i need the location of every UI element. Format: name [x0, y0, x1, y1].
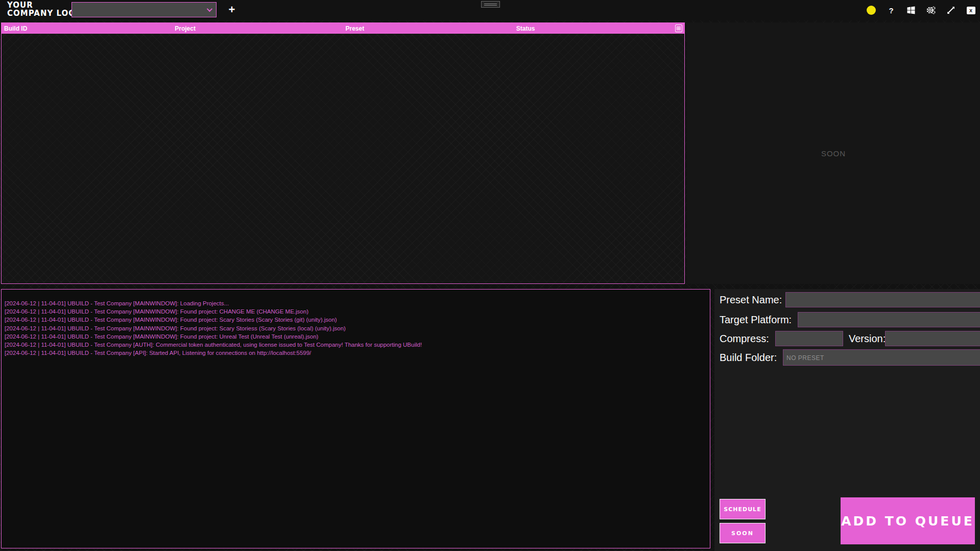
version-input[interactable]	[885, 331, 980, 346]
log-line: [2024-06-12 | 11-04-01] UBUILD - Test Co…	[5, 341, 710, 349]
status-indicator-icon	[866, 5, 876, 15]
queue-preview-panel: SOON	[687, 22, 980, 284]
log-line: [2024-06-12 | 11-04-01] UBUILD - Test Co…	[5, 349, 710, 357]
preset-form-panel: Preset Name: Target Platform: Compress: …	[714, 289, 980, 551]
queue-column-header: Project	[172, 25, 343, 32]
window-drag-handle[interactable]	[481, 1, 500, 8]
soon-placeholder-label: SOON	[821, 149, 846, 158]
target-platform-row: Target Platform:	[720, 312, 978, 327]
compress-input[interactable]	[775, 331, 843, 346]
schedule-button[interactable]: SCHEDULE	[720, 499, 766, 519]
window-controls: ? x	[866, 5, 976, 15]
soon-button[interactable]: SOON	[720, 523, 766, 543]
fullscreen-expand-icon[interactable]	[946, 5, 956, 15]
queue-column-header: Status	[514, 25, 684, 32]
queue-table-header: Build IDProjectPresetStatus	[2, 23, 684, 34]
close-icon[interactable]: x	[966, 5, 976, 15]
build-folder-input[interactable]	[783, 349, 980, 366]
build-folder-label: Build Folder:	[720, 352, 777, 364]
target-platform-label: Target Platform:	[720, 314, 792, 326]
queue-column-header: Build ID	[2, 25, 172, 32]
add-to-queue-button[interactable]: ADD TO QUEUE	[841, 497, 975, 544]
version-label: Version:	[849, 333, 886, 345]
build-queue-table: Build IDProjectPresetStatus	[1, 22, 685, 284]
log-line: [2024-06-12 | 11-04-01] UBUILD - Test Co…	[5, 316, 710, 324]
compress-version-row: Compress: Version:	[720, 331, 978, 346]
queue-column-header: Preset	[343, 25, 514, 32]
queue-table-body	[2, 34, 684, 283]
log-panel: [2024-06-12 | 11-04-01] UBUILD - Test Co…	[1, 289, 710, 548]
build-folder-row: Build Folder:	[720, 349, 978, 366]
add-project-button[interactable]: +	[225, 3, 238, 16]
preset-name-input[interactable]	[785, 292, 980, 307]
compress-label: Compress:	[720, 333, 769, 345]
windows-icon[interactable]	[906, 5, 916, 15]
preset-name-label: Preset Name:	[720, 294, 782, 306]
chevron-down-icon	[207, 6, 212, 12]
settings-gears-icon[interactable]	[926, 5, 936, 15]
target-platform-input[interactable]	[798, 312, 980, 327]
help-icon[interactable]: ?	[886, 5, 896, 15]
clear-queue-icon[interactable]	[675, 25, 682, 32]
log-line: [2024-06-12 | 11-04-01] UBUILD - Test Co…	[5, 324, 710, 332]
preset-name-row: Preset Name:	[720, 292, 978, 307]
log-line: [2024-06-12 | 11-04-01] UBUILD - Test Co…	[5, 307, 710, 316]
log-line: [2024-06-12 | 11-04-01] UBUILD - Test Co…	[5, 332, 710, 341]
project-dropdown[interactable]	[71, 2, 217, 17]
log-lines: [2024-06-12 | 11-04-01] UBUILD - Test Co…	[2, 290, 710, 357]
topbar: YOUR COMPANY LOGO + ?	[0, 0, 980, 20]
log-line: [2024-06-12 | 11-04-01] UBUILD - Test Co…	[5, 299, 710, 307]
